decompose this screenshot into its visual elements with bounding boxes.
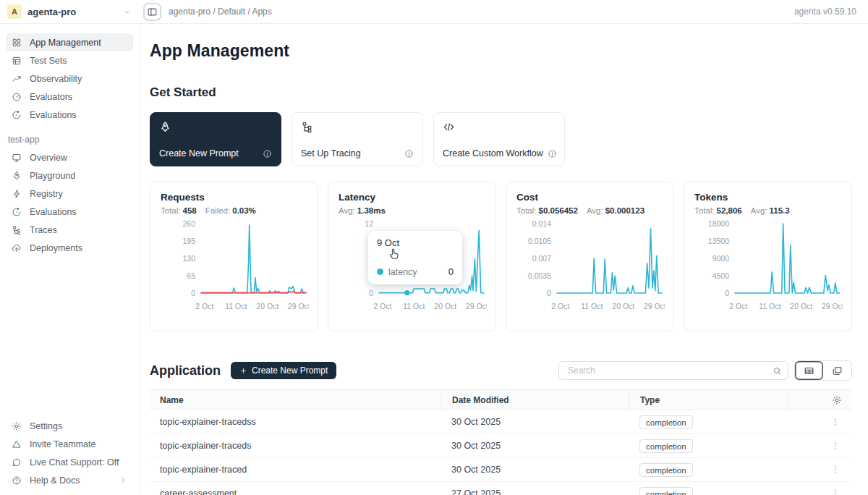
- svg-text:0: 0: [725, 289, 729, 297]
- app-name[interactable]: topic-explainer-traced: [150, 465, 441, 475]
- table-row[interactable]: topic-explainer-traced 30 Oct 2025 compl…: [150, 458, 852, 482]
- svg-text:12: 12: [365, 219, 373, 228]
- sidebar-item-overview[interactable]: Overview: [6, 148, 133, 166]
- sidebar-item-evaluators[interactable]: Evaluators: [6, 88, 133, 106]
- app-type: completion: [629, 441, 788, 451]
- svg-text:0.007: 0.007: [532, 254, 551, 263]
- tooltip-series-label: latency: [388, 267, 417, 277]
- card-view-button[interactable]: [823, 361, 851, 380]
- metric-card-tokens: Tokens Total:52,806Avg:115.3 04500900013…: [684, 182, 852, 331]
- chart-stat: Avg:$0.000123: [587, 206, 644, 215]
- metric-card-latency: Latency Avg:1.38ms 0369122 Oct11 Oct20 O…: [328, 182, 496, 331]
- table-row[interactable]: topic-explainer-tracedss 30 Oct 2025 com…: [150, 410, 852, 434]
- table-settings-icon[interactable]: [832, 395, 842, 405]
- sidebar-item-invite-teammate[interactable]: Invite Teammate: [6, 435, 133, 453]
- svg-text:4500: 4500: [712, 271, 730, 280]
- search-box[interactable]: [558, 361, 788, 380]
- sidebar-toggle-button[interactable]: [143, 3, 161, 21]
- chart-plot-tokens[interactable]: 04500900013500180002 Oct11 Oct20 Oct29 O…: [694, 218, 843, 313]
- invite-icon: [12, 439, 22, 449]
- sidebar-item-live-chat-support-off[interactable]: Live Chat Support: Off: [6, 453, 133, 471]
- sidebar-item-registry[interactable]: Registry: [6, 185, 133, 203]
- row-menu-button[interactable]: [829, 463, 842, 476]
- workspace-selector[interactable]: A agenta-pro: [0, 4, 140, 19]
- row-menu-button[interactable]: [829, 439, 842, 452]
- sidebar-item-evaluations[interactable]: Evaluations: [6, 203, 133, 221]
- sidebar-item-help-docs[interactable]: Help & Docs: [6, 471, 133, 489]
- code-icon: [443, 121, 455, 133]
- evaluators-icon: [12, 92, 22, 102]
- table-view-button[interactable]: [795, 361, 823, 380]
- chart-stat: Failed:0.03%: [205, 206, 256, 215]
- kebab-icon: [830, 488, 841, 495]
- type-badge: completion: [639, 439, 693, 453]
- app-name[interactable]: topic-explainer-traceds: [150, 441, 441, 451]
- gear-icon: [12, 421, 22, 431]
- traces-icon: [12, 225, 22, 235]
- column-header-type[interactable]: Type: [629, 390, 788, 410]
- sidebar-item-traces[interactable]: Traces: [6, 221, 133, 239]
- sidebar-item-observability[interactable]: Observability: [6, 69, 133, 88]
- svg-text:20 Oct: 20 Oct: [256, 302, 278, 310]
- svg-text:0.0035: 0.0035: [528, 271, 551, 280]
- sidebar-item-label: Evaluations: [30, 110, 77, 120]
- get-started-card-create-custom-workflow[interactable]: Create Custom Workflow: [433, 112, 565, 166]
- chart-stats: Avg:1.38ms: [339, 206, 485, 215]
- sidebar-item-label: Playground: [30, 171, 75, 181]
- sidebar-item-app-management[interactable]: App Management: [6, 33, 133, 51]
- kebab-icon: [830, 465, 841, 475]
- test-sets-icon: [12, 56, 22, 66]
- svg-text:0: 0: [547, 289, 551, 297]
- sidebar-item-deployments[interactable]: Deployments: [6, 239, 133, 257]
- sidebar-item-label: Live Chat Support: Off: [30, 457, 119, 468]
- app-date-modified: 30 Oct 2025: [441, 417, 629, 427]
- row-menu-button[interactable]: [829, 487, 842, 495]
- row-menu-button[interactable]: [829, 415, 842, 428]
- get-started-card-set-up-tracing[interactable]: Set Up Tracing: [292, 112, 423, 166]
- svg-text:11 Oct: 11 Oct: [581, 302, 603, 310]
- get-started-card-label: Create Custom Workflow: [443, 148, 543, 158]
- sidebar-item-playground[interactable]: Playground: [6, 166, 133, 185]
- sidebar-item-label: Invite Teammate: [30, 439, 95, 449]
- sidebar-item-settings[interactable]: Settings: [6, 417, 133, 435]
- app-name[interactable]: career-assessment: [150, 488, 441, 495]
- rocket-icon: [159, 121, 171, 133]
- svg-text:11 Oct: 11 Oct: [403, 302, 425, 310]
- svg-text:20 Oct: 20 Oct: [434, 302, 456, 310]
- app-name[interactable]: topic-explainer-tracedss: [150, 417, 441, 427]
- svg-text:0.014: 0.014: [532, 219, 551, 228]
- svg-text:2 Oct: 2 Oct: [373, 302, 391, 310]
- svg-text:2 Oct: 2 Oct: [729, 302, 747, 310]
- sidebar-item-label: Deployments: [30, 243, 82, 253]
- metric-card-requests: Requests Total:458Failed:0.03% 065130195…: [150, 182, 318, 331]
- svg-text:11 Oct: 11 Oct: [225, 302, 247, 310]
- svg-text:20 Oct: 20 Oct: [612, 302, 634, 310]
- observability-icon: [12, 74, 22, 84]
- search-input[interactable]: [566, 365, 773, 376]
- table-view-icon: [804, 365, 814, 376]
- create-new-prompt-button[interactable]: Create New Prompt: [231, 362, 336, 379]
- svg-text:29 Oct: 29 Oct: [822, 302, 843, 310]
- get-started-card-create-new-prompt[interactable]: Create New Prompt: [150, 112, 281, 166]
- chart-plot-cost[interactable]: 00.00350.0070.01050.0142 Oct11 Oct20 Oct…: [516, 218, 665, 313]
- overview-icon: [12, 153, 22, 163]
- chart-plot-requests[interactable]: 0651301952602 Oct11 Oct20 Oct29 Oct: [161, 218, 309, 313]
- sidebar-item-evaluations[interactable]: Evaluations: [6, 106, 133, 124]
- chart-stats: Total:458Failed:0.03%: [161, 206, 307, 215]
- sidebar-item-label: Settings: [30, 421, 62, 431]
- table-row[interactable]: career-assessment 27 Oct 2025 completion: [150, 482, 852, 495]
- tooltip-value: 0: [448, 266, 454, 277]
- chart-stat: Avg:1.38ms: [339, 206, 386, 215]
- application-heading: Application: [150, 363, 221, 378]
- sidebar-item-label: Registry: [30, 189, 63, 199]
- app-date-modified: 30 Oct 2025: [441, 441, 629, 451]
- column-header-name[interactable]: Name: [150, 390, 441, 410]
- sidebar-item-label: Evaluators: [30, 92, 72, 102]
- workspace-avatar: A: [7, 4, 22, 19]
- sidebar-item-test-sets[interactable]: Test Sets: [6, 51, 133, 69]
- svg-text:2 Oct: 2 Oct: [195, 302, 213, 310]
- column-header-date-modified[interactable]: Date Modified: [441, 390, 629, 410]
- table-row[interactable]: topic-explainer-traceds 30 Oct 2025 comp…: [150, 434, 852, 458]
- grid-icon: [12, 38, 22, 48]
- get-started-heading: Get Started: [150, 85, 852, 100]
